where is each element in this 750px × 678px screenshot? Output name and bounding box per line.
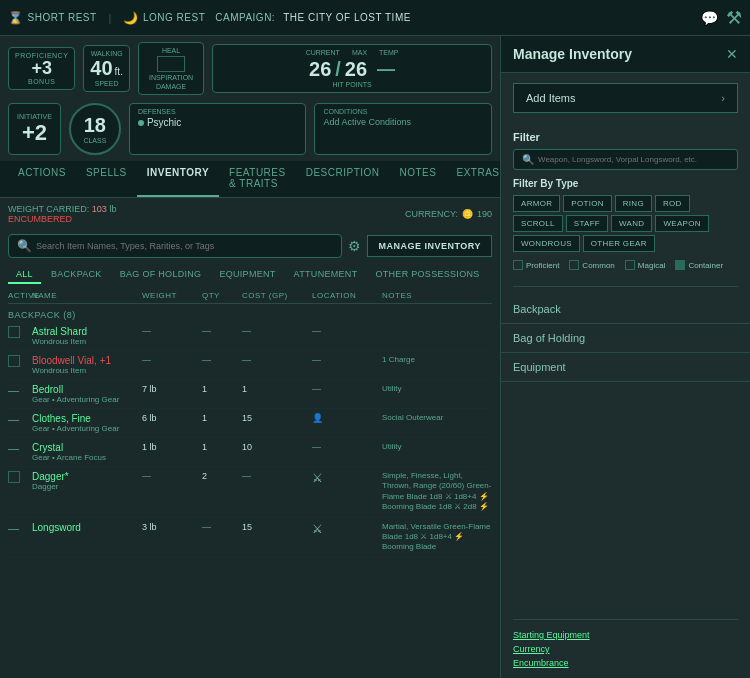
currency-link[interactable]: Currency <box>513 642 738 656</box>
sword-icon: ⚔ <box>312 471 382 485</box>
left-panel: PROFICIENCY +3 BONUS WALKING 40 ft. SPEE… <box>0 36 500 678</box>
cat-tab-other-possessions[interactable]: OTHER POSSESSIONS <box>367 266 487 284</box>
manage-inventory-panel: Manage Inventory ✕ Add Items › Filter 🔍 … <box>500 36 750 678</box>
tab-features[interactable]: FEATURES & TRAITS <box>219 161 296 197</box>
container-item-backpack[interactable]: Backpack <box>501 295 750 324</box>
search-input-wrapper: 🔍 <box>8 234 342 258</box>
stats-row1: PROFICIENCY +3 BONUS WALKING 40 ft. SPEE… <box>8 42 492 95</box>
filter-icon[interactable]: ⚙ <box>348 238 361 254</box>
inventory-top: WEIGHT CARRIED: 103 lb ENCUMBERED CURREN… <box>0 198 500 230</box>
type-buttons: ARMOR POTION RING ROD SCROLL STAFF WAND … <box>513 195 738 252</box>
item-active-checkbox[interactable] <box>8 326 20 338</box>
search-icon: 🔍 <box>522 154 534 165</box>
check-proficient: Proficient <box>513 260 559 270</box>
type-btn-other-gear[interactable]: OTHER GEAR <box>583 235 655 252</box>
cat-tab-equipment[interactable]: EQUIPMENT <box>211 266 283 284</box>
defenses-box: DEFENSES Psychic <box>129 103 307 155</box>
filter-section: Filter 🔍 Filter By Type ARMOR POTION RIN… <box>501 123 750 286</box>
armor-circle: 18 CLASS <box>69 103 121 155</box>
add-items-button[interactable]: Add Items › <box>513 83 738 113</box>
type-btn-potion[interactable]: POTION <box>563 195 611 212</box>
type-btn-armor[interactable]: ARMOR <box>513 195 560 212</box>
walking-box: WALKING 40 ft. SPEED <box>83 45 130 92</box>
tab-spells[interactable]: SPELLS <box>76 161 137 197</box>
encumbrance-link[interactable]: Encumbrance <box>513 656 738 670</box>
container-item-equipment[interactable]: Equipment <box>501 353 750 382</box>
section-header-backpack: BACKPACK (8) <box>8 304 492 322</box>
moon-icon: 🌙 <box>123 11 139 25</box>
tab-actions[interactable]: ACTIONS <box>8 161 76 197</box>
long-rest-btn[interactable]: 🌙 Long Rest <box>123 11 205 25</box>
hp-section: CURRENT MAX TEMP 26 / 26 — HIT POINTS <box>212 44 492 93</box>
check-container: Container <box>675 260 723 270</box>
campaign-info: CAMPAIGN: The City of Lost Time <box>215 12 411 23</box>
type-btn-staff[interactable]: STAFF <box>566 215 608 232</box>
manage-inventory-header: Manage Inventory ✕ <box>501 36 750 73</box>
chat-icon[interactable]: 💬 <box>701 10 718 26</box>
inspiration-box: HEAL INSPIRATION DAMAGE <box>138 42 204 95</box>
type-btn-wondrous[interactable]: WONDROUS <box>513 235 580 252</box>
rest-icon: ⌛ <box>8 11 24 25</box>
inventory-panel: WEIGHT CARRIED: 103 lb ENCUMBERED CURREN… <box>0 198 500 678</box>
container-item-bag-of-holding[interactable]: Bag of Holding <box>501 324 750 353</box>
search-icon: 🔍 <box>17 239 32 253</box>
weight-info: WEIGHT CARRIED: 103 lb ENCUMBERED <box>8 204 116 224</box>
type-btn-weapon[interactable]: WEAPON <box>655 215 708 232</box>
tab-extras[interactable]: EXTRAS <box>446 161 500 197</box>
tab-description[interactable]: DESCRIPTION <box>296 161 390 197</box>
short-rest-btn[interactable]: ⌛ Short Rest <box>8 11 97 25</box>
table-row: — Crystal Gear • Arcane Focus 1 lb 1 10 … <box>8 438 492 467</box>
starting-equipment-link[interactable]: Starting Equipment <box>513 628 738 642</box>
filter-search-input[interactable] <box>538 155 729 164</box>
stats-area: PROFICIENCY +3 BONUS WALKING 40 ft. SPEE… <box>0 36 500 161</box>
type-btn-wand[interactable]: WAND <box>611 215 652 232</box>
table-header: ACTIVE NAME WEIGHT QTY COST (GP) LOCATIO… <box>8 288 492 304</box>
cat-tab-attunement[interactable]: ATTUNEMENT <box>286 266 366 284</box>
tab-inventory[interactable]: INVENTORY <box>137 161 219 197</box>
type-btn-ring[interactable]: RING <box>615 195 652 212</box>
inventory-table: ACTIVE NAME WEIGHT QTY COST (GP) LOCATIO… <box>0 288 500 678</box>
table-row: Astral Shard Wondrous Item — — — — <box>8 322 492 351</box>
search-input[interactable] <box>36 241 333 251</box>
filter-search-wrapper: 🔍 <box>513 149 738 170</box>
top-bar: ⌛ Short Rest | 🌙 Long Rest CAMPAIGN: The… <box>0 0 750 36</box>
table-row: Dagger* Dagger — 2 — ⚔ Simple, Finesse, … <box>8 467 492 518</box>
chevron-right-icon: › <box>721 92 725 104</box>
type-btn-scroll[interactable]: SCROLL <box>513 215 563 232</box>
other-links: Starting Equipment Currency Encumbrance <box>501 620 750 678</box>
close-icon[interactable]: ✕ <box>726 46 738 62</box>
manage-inventory-title: Manage Inventory <box>513 46 632 62</box>
cat-tab-all[interactable]: ALL <box>8 266 41 284</box>
container-list: Backpack Bag of Holding Equipment <box>501 287 750 619</box>
sword-icon: ⚔ <box>312 522 382 536</box>
magical-checkbox[interactable] <box>625 260 635 270</box>
filter-checkboxes: Proficient Common Magical Container <box>513 260 738 270</box>
initiative-box: INITIATIVE +2 <box>8 103 61 155</box>
cat-tab-backpack[interactable]: BACKPACK <box>43 266 110 284</box>
cat-tab-bag-of-holding[interactable]: BAG OF HOLDING <box>112 266 210 284</box>
tab-notes[interactable]: NOTES <box>390 161 447 197</box>
manage-inventory-button[interactable]: MANAGE INVENTORY <box>367 235 492 257</box>
proficiency-box: PROFICIENCY +3 BONUS <box>8 47 75 91</box>
container-checkbox[interactable] <box>675 260 685 270</box>
table-row: — Longsword 3 lb — 15 ⚔ Martial, Versati… <box>8 518 492 558</box>
nav-tabs: ACTIONS SPELLS INVENTORY FEATURES & TRAI… <box>0 161 500 198</box>
main-content: PROFICIENCY +3 BONUS WALKING 40 ft. SPEE… <box>0 36 750 678</box>
common-checkbox[interactable] <box>569 260 579 270</box>
category-tabs: ALL BACKPACK BAG OF HOLDING EQUIPMENT AT… <box>0 262 500 288</box>
top-bar-right: 💬 ⚒ <box>701 7 742 29</box>
type-btn-rod[interactable]: ROD <box>655 195 690 212</box>
check-magical: Magical <box>625 260 666 270</box>
proficient-checkbox[interactable] <box>513 260 523 270</box>
anvil-icon: ⚒ <box>726 7 742 29</box>
item-active-checkbox[interactable] <box>8 355 20 367</box>
search-bar: 🔍 ⚙ MANAGE INVENTORY <box>0 230 500 262</box>
check-common: Common <box>569 260 614 270</box>
table-row: Bloodwell Vial, +1 Wondrous Item — — — —… <box>8 351 492 380</box>
conditions-box: CONDITIONS Add Active Conditions <box>314 103 492 155</box>
table-row: — Clothes, Fine Gear • Adventuring Gear … <box>8 409 492 438</box>
currency-icon: 🪙 <box>462 209 473 219</box>
stats-row2: INITIATIVE +2 18 CLASS DEFENSES Psychic … <box>8 103 492 155</box>
item-active-checkbox[interactable] <box>8 471 20 483</box>
currency-area: CURRENCY: 🪙 190 <box>405 209 492 219</box>
